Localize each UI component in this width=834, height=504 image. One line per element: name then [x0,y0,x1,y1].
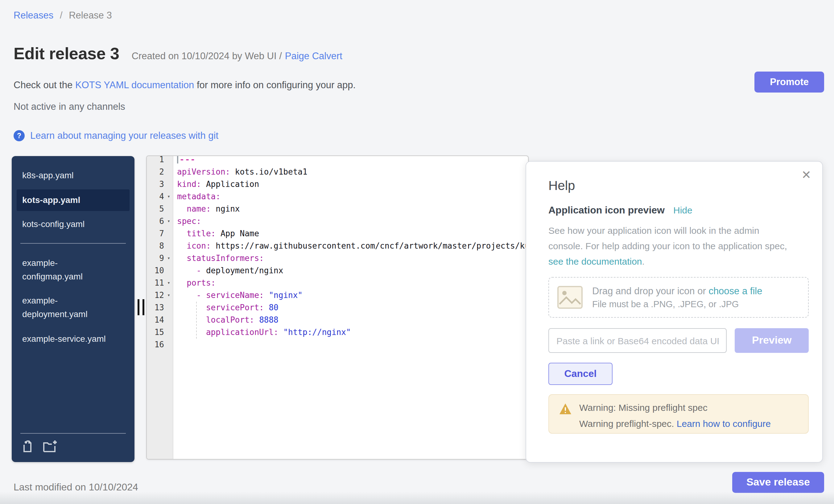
line-number: 2 [147,166,164,178]
warning-body: Warning preflight-spec. Learn how to con… [579,418,771,429]
code-line[interactable]: 6▾spec: [147,215,528,228]
last-modified: Last modified on 10/10/2024 [14,482,138,493]
line-number: 10 [147,265,164,277]
title-row: Edit release 3 Created on 10/10/2024 by … [14,43,342,64]
code-lines: 1---2apiVersion: kots.io/v1beta13kind: A… [147,155,528,351]
line-number: 6 [147,215,164,228]
sidebar-resize-handle[interactable] [137,299,144,315]
code-line[interactable]: 7 title: App Name [147,228,528,240]
code-line[interactable]: 11▾ ports: [147,277,528,289]
see-documentation-link[interactable]: see the documentation [548,256,642,266]
code-text: spec: [177,217,201,226]
breadcrumb: Releases / Release 3 [14,10,112,21]
icon-dropzone[interactable]: Drag and drop your icon or choose a file… [548,277,809,318]
code-line[interactable]: 8 icon: https://raw.githubusercontent.co… [147,240,528,252]
file-sidebar: k8s-app.yamlkots-app.yamlkots-config.yam… [12,156,134,462]
author-link[interactable]: Paige Calvert [285,50,342,61]
code-text: localPort: 8888 [177,315,279,325]
image-placeholder-icon [557,286,583,309]
code-line[interactable]: 5 name: nginx [147,203,528,215]
line-number: 13 [147,302,164,314]
docs-line-suffix: for more info on configuring your app. [194,80,356,90]
code-text: servicePort: 80 [177,303,279,312]
kots-yaml-docs-link[interactable]: KOTS YAML documentation [75,80,194,90]
line-number: 4 [147,191,164,203]
file-item-kots-app-yaml[interactable]: kots-app.yaml [17,189,130,211]
line-number: 8 [147,240,164,252]
hide-link[interactable]: Hide [673,205,693,215]
line-number: 5 [147,203,164,215]
code-line[interactable]: 12▾ - serviceName: "nginx" [147,289,528,302]
code-line[interactable]: 13 servicePort: 80 [147,302,528,314]
line-number: 14 [147,314,164,326]
preview-button[interactable]: Preview [735,328,809,353]
code-line[interactable]: 15 applicationUrl: "http://nginx" [147,326,528,339]
help-circle-icon[interactable]: ? [14,130,25,141]
close-icon[interactable]: ✕ [801,169,811,181]
file-item-example-deployment-yaml[interactable]: example-deployment.yaml [17,290,130,326]
yaml-editor[interactable]: 1---2apiVersion: kots.io/v1beta13kind: A… [146,155,529,460]
code-text: - serviceName: "nginx" [177,290,303,300]
line-number: 11 [147,277,164,289]
created-info: Created on 10/10/2024 by Web UI /Paige C… [132,50,342,62]
line-number: 1 [147,155,164,166]
line-number: 3 [147,178,164,191]
code-text: --- [177,155,196,164]
code-line[interactable]: 14 localPort: 8888 [147,314,528,326]
docs-line: Check out the KOTS YAML documentation fo… [14,80,356,91]
file-item-k8s-app-yaml[interactable]: k8s-app.yaml [17,165,130,187]
page: Releases / Release 3 Edit release 3 Crea… [0,0,834,504]
created-text: Created on 10/10/2024 by Web UI / [132,50,282,61]
fold-arrow-icon[interactable]: ▾ [165,252,173,265]
code-text: metadata: [177,192,221,201]
breadcrumb-current: Release 3 [69,10,112,20]
code-line[interactable]: 3kind: Application [147,178,528,191]
warning-title: Warning: Missing preflight spec [579,402,771,413]
choose-file-link[interactable]: choose a file [708,286,762,296]
page-title: Edit release 3 [14,43,119,64]
breadcrumb-releases-link[interactable]: Releases [14,10,53,20]
file-item-example-configmap-yaml[interactable]: example-configmap.yaml [17,252,130,288]
icon-url-input[interactable] [548,328,727,353]
code-text: statusInformers: [177,254,264,263]
git-releases-link[interactable]: Learn about managing your releases with … [30,130,218,141]
code-text: applicationUrl: "http://nginx" [177,328,351,337]
line-number: 9 [147,252,164,265]
code-line[interactable]: 16 [147,339,528,351]
fold-arrow-icon[interactable]: ▾ [165,215,173,228]
fold-arrow-icon[interactable]: ▾ [165,289,173,302]
file-item-example-service-yaml[interactable]: example-service.yaml [17,328,130,350]
text-cursor [177,155,178,163]
icon-preview-description: See how your application icon will look … [548,223,809,269]
line-number: 15 [147,326,164,339]
sidebar-footer [20,433,126,456]
file-list-examples: example-configmap.yamlexample-deployment… [12,252,134,350]
indent-guide [196,302,197,339]
code-line[interactable]: 1--- [147,155,528,166]
code-text: - deployment/nginx [177,266,283,275]
file-list-primary: k8s-app.yamlkots-app.yamlkots-config.yam… [12,165,134,236]
dropzone-file-types: File must be a .PNG, .JPEG, or .JPG [592,299,762,309]
docs-line-prefix: Check out the [14,80,75,90]
learn-configure-link[interactable]: Learn how to configure [677,418,771,429]
line-number: 16 [147,339,164,351]
fold-arrow-icon[interactable]: ▾ [165,277,173,289]
help-panel: ✕ Help Application icon preview Hide See… [526,161,823,463]
code-line[interactable]: 10 - deployment/nginx [147,265,528,277]
code-line[interactable]: 4▾metadata: [147,191,528,203]
promote-button[interactable]: Promote [754,71,824,92]
add-file-icon[interactable] [22,440,35,454]
code-text: kind: Application [177,179,259,189]
preflight-warning: Warning: Missing preflight spec Warning … [548,394,809,434]
bottom-fade [0,492,834,504]
cancel-button[interactable]: Cancel [548,363,613,385]
fold-arrow-icon[interactable]: ▾ [165,191,173,203]
channel-status: Not active in any channels [14,101,125,112]
git-help-row: ? Learn about managing your releases wit… [14,130,218,141]
code-line[interactable]: 2apiVersion: kots.io/v1beta1 [147,166,528,178]
save-release-button[interactable]: Save release [732,472,824,493]
code-text: ports: [177,278,216,287]
add-folder-icon[interactable] [43,440,57,454]
file-item-kots-config-yaml[interactable]: kots-config.yaml [17,214,130,236]
code-line[interactable]: 9▾ statusInformers: [147,252,528,265]
